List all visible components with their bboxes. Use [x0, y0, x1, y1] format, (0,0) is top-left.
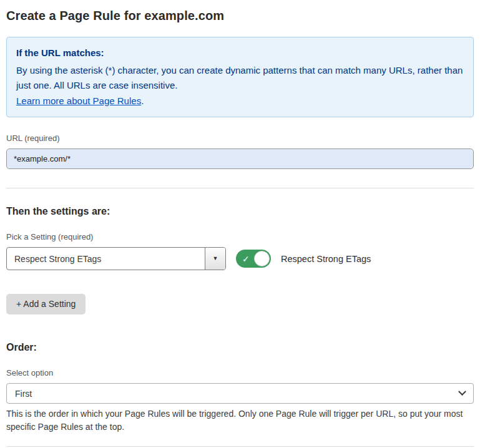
order-select[interactable]: First: [6, 383, 474, 404]
toggle-knob: [254, 251, 270, 266]
order-help-text: This is the order in which your Page Rul…: [6, 407, 471, 434]
order-select-value: First: [15, 389, 32, 399]
add-setting-button[interactable]: + Add a Setting: [6, 294, 86, 314]
setting-row: Respect Strong ETags ▼ ✓ Respect Strong …: [6, 247, 474, 270]
setting-dropdown-value: Respect Strong ETags: [7, 248, 205, 270]
order-section-heading: Order:: [6, 342, 474, 353]
settings-section-heading: Then the settings are:: [6, 206, 474, 217]
learn-more-link[interactable]: Learn more about Page Rules: [16, 95, 141, 106]
create-page-rule-form: Create a Page Rule for example.com If th…: [6, 9, 474, 448]
chevron-down-icon: ▼: [213, 256, 218, 261]
section-divider: [6, 188, 474, 188]
chevron-down-icon: [458, 388, 466, 396]
info-link-row: Learn more about Page Rules.: [16, 94, 464, 108]
toggle-label: Respect Strong ETags: [281, 254, 371, 264]
url-match-info-box: If the URL matches: By using the asteris…: [6, 37, 474, 117]
url-label: URL (required): [6, 134, 474, 143]
setting-dropdown-arrow-button[interactable]: ▼: [205, 248, 225, 270]
order-select-label: Select option: [6, 368, 474, 377]
page-title: Create a Page Rule for example.com: [6, 9, 474, 23]
footer-divider: [6, 446, 474, 447]
info-box-body: By using the asterisk (*) character, you…: [16, 63, 464, 92]
info-box-heading: If the URL matches:: [16, 46, 464, 60]
check-icon: ✓: [242, 255, 250, 263]
pick-setting-label: Pick a Setting (required): [6, 232, 474, 241]
setting-dropdown[interactable]: Respect Strong ETags ▼: [6, 247, 226, 270]
etags-toggle[interactable]: ✓: [236, 250, 271, 268]
url-input[interactable]: [6, 149, 474, 169]
link-period: .: [141, 95, 144, 106]
url-field: URL (required): [6, 134, 474, 169]
